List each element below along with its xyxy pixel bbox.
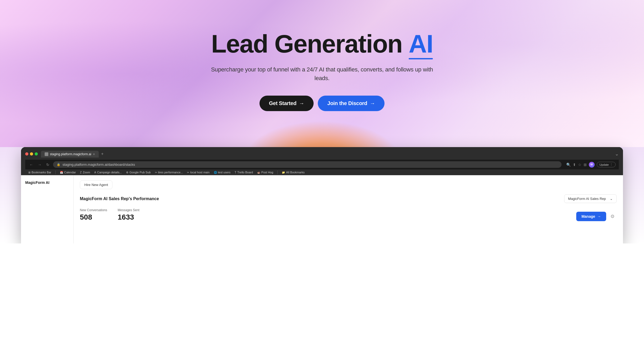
- browser-window-controls: ⌄: [615, 151, 619, 157]
- app-main: Hire New Agent MagicForm AI Sales Rep's …: [74, 175, 623, 243]
- traffic-light-yellow[interactable]: [30, 152, 33, 155]
- new-tab-button[interactable]: +: [99, 150, 106, 158]
- pub-sub-label: Google Pub Sub: [129, 171, 151, 174]
- bookmark-bookmarks-bar[interactable]: ⊞ Bookmarks Bar: [28, 171, 51, 174]
- chevron-down-icon: ⌄: [610, 197, 613, 201]
- get-started-button[interactable]: Get Started →: [259, 96, 314, 111]
- hero-title-text: Lead Generation: [211, 30, 409, 58]
- profile-button[interactable]: W: [589, 162, 595, 168]
- browser-chrome: staging.platform.magicform.ai × + ⌄ ← → …: [21, 147, 623, 175]
- pub-sub-icon: ⚙: [126, 171, 128, 174]
- update-label: Update: [600, 163, 609, 166]
- bookmarks-bar-label: Bookmarks Bar: [32, 171, 51, 174]
- search-icon: 🔍: [566, 163, 571, 167]
- sidebar-logo: MagicForm AI: [25, 180, 69, 185]
- test-users-icon: 🌐: [214, 171, 217, 174]
- bookmark-separator-2: [277, 170, 278, 174]
- bookmark-posthog[interactable]: 🦔 Post Hog: [257, 171, 273, 174]
- get-started-arrow: →: [299, 100, 304, 106]
- hire-new-agent-button[interactable]: Hire New Agent: [80, 180, 112, 189]
- calendar-label: Calendar: [64, 171, 76, 174]
- hero-buttons: Get Started → Join the Discord →: [204, 96, 440, 111]
- join-discord-button[interactable]: Join the Discord →: [318, 96, 385, 111]
- all-bookmarks-icon: 📁: [282, 171, 285, 174]
- campaign-icon: A: [94, 171, 96, 174]
- app-sidebar: MagicForm AI: [21, 175, 74, 243]
- tab-title: staging.platform.magicform.ai: [50, 152, 91, 156]
- campaign-label: Campaign details...: [97, 171, 122, 174]
- trello-label: Trello Board: [237, 171, 253, 174]
- bookmarks-bar-icon: ⊞: [28, 171, 30, 174]
- metrics-actions: Manage → ⚙: [576, 211, 617, 221]
- hero-title: Lead Generation AI: [204, 31, 440, 57]
- address-field[interactable]: 🔒 staging.platform.magicform.ai/dashboar…: [53, 161, 562, 168]
- browser-addressbar: ← → ↻ 🔒 staging.platform.magicform.ai/da…: [25, 160, 619, 169]
- browser-tabs: staging.platform.magicform.ai × +: [41, 150, 612, 158]
- traffic-lights: [25, 152, 38, 155]
- share-icon: ⬆: [573, 163, 576, 167]
- all-bookmarks-label: All Bookmarks: [286, 171, 304, 174]
- bookmark-icon: ☆: [578, 163, 581, 167]
- performance-title: MagicForm AI Sales Rep's Performance: [80, 196, 159, 201]
- localhost-label: local host main: [190, 171, 209, 174]
- traffic-light-green[interactable]: [35, 152, 38, 155]
- metric-messages-sent-label: Messages Sent: [118, 208, 139, 212]
- zoom-label: Zoom: [83, 171, 90, 174]
- trello-icon: T: [235, 171, 236, 174]
- bookmark-zoom[interactable]: Z Zoom: [80, 171, 90, 174]
- browser-window: staging.platform.magicform.ai × + ⌄ ← → …: [21, 147, 623, 243]
- bookmark-test-users[interactable]: 🌐 test users: [214, 171, 231, 174]
- browser-titlebar: staging.platform.magicform.ai × + ⌄: [25, 150, 619, 158]
- performance-header: MagicForm AI Sales Rep's Performance Mag…: [80, 194, 617, 203]
- discord-label: Join the Discord: [327, 100, 367, 106]
- metrics-row: New Conversations 508 Messages Sent 1633: [80, 208, 139, 221]
- address-url: staging.platform.magicform.ai/dashboard/…: [63, 163, 135, 167]
- bookmark-trello[interactable]: T Trello Board: [235, 171, 253, 174]
- back-button[interactable]: ←: [28, 162, 34, 168]
- forward-button[interactable]: →: [37, 162, 43, 168]
- hero-content: Lead Generation AI Supercharge your top …: [204, 31, 440, 111]
- manage-arrow: →: [597, 214, 601, 219]
- posthog-icon: 🦔: [257, 171, 260, 174]
- get-started-label: Get Started: [269, 100, 297, 106]
- address-actions: 🔍 ⬆ ☆ ⊞ W Update ⋮: [566, 162, 616, 168]
- sales-rep-select[interactable]: MagicForm AI Sales Rep ⌄: [564, 194, 617, 203]
- sidebar-toggle-icon: ⊞: [584, 163, 587, 167]
- traffic-light-red[interactable]: [25, 152, 28, 155]
- hero-subtitle: Supercharge your top of funnel with a 24…: [204, 65, 440, 82]
- metric-new-conversations: New Conversations 508: [80, 208, 107, 221]
- bookmark-all[interactable]: 📁 All Bookmarks: [282, 171, 304, 174]
- manage-button[interactable]: Manage →: [576, 212, 606, 221]
- metric-messages-sent-value: 1633: [118, 213, 139, 221]
- settings-button[interactable]: ⚙: [608, 211, 617, 221]
- tires-icon: ✂: [155, 171, 157, 174]
- metric-messages-sent: Messages Sent 1633: [118, 208, 139, 221]
- bookmark-tires[interactable]: ✂ tires performance...: [155, 171, 183, 174]
- reload-button[interactable]: ↻: [45, 162, 50, 168]
- metric-new-conversations-value: 508: [80, 213, 107, 221]
- bookmark-separator-1: [55, 170, 56, 174]
- gear-icon: ⚙: [610, 214, 615, 219]
- profile-initial: W: [590, 163, 593, 166]
- test-users-label: test users: [218, 171, 231, 174]
- zoom-icon: Z: [80, 171, 82, 174]
- lock-icon: 🔒: [57, 163, 60, 166]
- browser-tab-active[interactable]: staging.platform.magicform.ai ×: [41, 151, 99, 158]
- app-content: MagicForm AI Hire New Agent MagicForm AI…: [21, 175, 623, 243]
- bookmark-google-pub-sub[interactable]: ⚙ Google Pub Sub: [126, 171, 151, 174]
- localhost-icon: ✂: [187, 171, 189, 174]
- hire-btn-label: Hire New Agent: [84, 183, 108, 187]
- hero-title-highlight: AI: [409, 31, 433, 57]
- calendar-icon: 📅: [60, 171, 63, 174]
- bookmark-calendar[interactable]: 📅 Calendar: [60, 171, 76, 174]
- metrics-section: New Conversations 508 Messages Sent 1633…: [80, 208, 617, 221]
- browser-section: staging.platform.magicform.ai × + ⌄ ← → …: [0, 147, 644, 243]
- bookmark-campaign[interactable]: A Campaign details...: [94, 171, 122, 174]
- update-button[interactable]: Update ⋮: [597, 162, 616, 167]
- tab-close-icon[interactable]: ×: [93, 152, 95, 156]
- bookmark-localhost[interactable]: ✂ local host main: [187, 171, 209, 174]
- metric-new-conversations-label: New Conversations: [80, 208, 107, 212]
- chevron-down-icon: ⌄: [615, 151, 619, 157]
- manage-label: Manage: [581, 214, 595, 219]
- sales-rep-label: MagicForm AI Sales Rep: [568, 197, 606, 201]
